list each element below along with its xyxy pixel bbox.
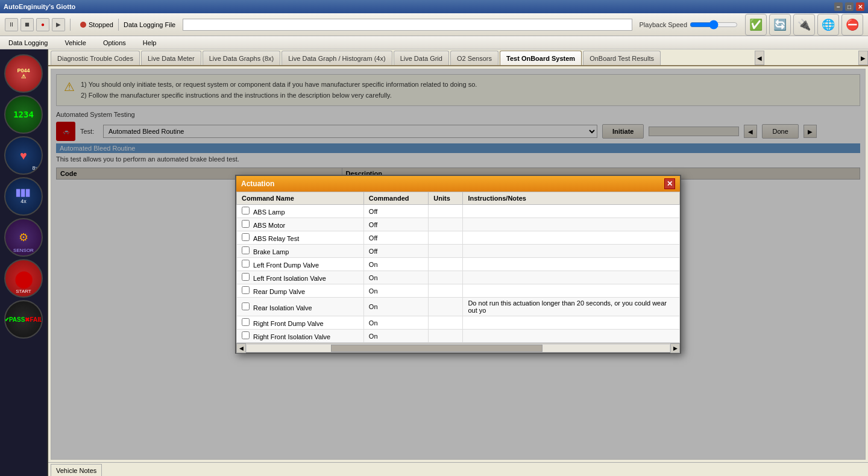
modal-cell-name: Brake Lamp bbox=[237, 245, 364, 258]
toolbar-record-button[interactable]: ● bbox=[36, 18, 49, 31]
modal-col-notes: Instructions/Notes bbox=[463, 192, 680, 205]
tab-scroll-right[interactable]: ▶ bbox=[858, 51, 868, 65]
modal-cell-commanded: On bbox=[363, 330, 428, 343]
modal-table-body: ABS LampOffABS MotorOffABS Relay TestOff… bbox=[237, 205, 680, 343]
modal-close-button[interactable]: ✕ bbox=[664, 178, 675, 189]
toolbar-connect-icon[interactable]: 🔌 bbox=[793, 14, 815, 36]
modal-cell-units bbox=[429, 231, 463, 245]
modal: Actuation ✕ Command Name Commanded Units… bbox=[235, 175, 681, 354]
toolbar-pause-button[interactable]: ⏸ bbox=[5, 18, 18, 31]
scroll-thumb[interactable] bbox=[331, 345, 542, 352]
sidebar-livemeter[interactable]: 1234 bbox=[4, 95, 43, 134]
sidebar-sensor[interactable]: ⚙ SENSOR bbox=[4, 218, 43, 257]
menu-help[interactable]: Help bbox=[139, 38, 160, 48]
minimize-button[interactable]: − bbox=[834, 2, 843, 11]
modal-row: ABS Relay TestOff bbox=[237, 231, 680, 245]
vehicle-notes-tab[interactable]: Vehicle Notes bbox=[51, 464, 102, 476]
modal-cell-name: Rear Isolation Valve bbox=[237, 298, 364, 316]
tab-scroll-left[interactable]: ◀ bbox=[755, 51, 764, 65]
modal-cell-commanded: On bbox=[363, 316, 428, 330]
modal-body: Command Name Commanded Units Instruction… bbox=[236, 192, 680, 343]
modal-cell-units bbox=[429, 245, 463, 258]
modal-scrollbar: ◀ ▶ bbox=[236, 343, 680, 352]
toolbar-network-icon[interactable]: 🌐 bbox=[817, 14, 839, 36]
file-input[interactable] bbox=[183, 19, 632, 31]
modal-cell-notes bbox=[463, 258, 680, 271]
modal-cell-notes: Do not run this actuation longer than 20… bbox=[463, 298, 680, 316]
tab-live-graphs[interactable]: Live Data Graphs (8x) bbox=[203, 51, 281, 65]
modal-row-checkbox[interactable] bbox=[242, 233, 250, 241]
scroll-track[interactable] bbox=[246, 344, 670, 352]
modal-cell-commanded: Off bbox=[363, 231, 428, 245]
toolbar-stop-icon[interactable]: ⛔ bbox=[841, 14, 863, 36]
modal-row: Rear Dump ValveOn bbox=[237, 284, 680, 298]
tab-onboard-results[interactable]: OnBoard Test Results bbox=[583, 51, 661, 65]
tab-histogram[interactable]: Live Data Graph / Histogram (4x) bbox=[281, 51, 392, 65]
scroll-left-btn[interactable]: ◀ bbox=[236, 343, 246, 353]
sidebar-histogram[interactable]: ▊▊▊4x bbox=[4, 177, 43, 216]
modal-row-checkbox[interactable] bbox=[242, 260, 250, 268]
menu-vehicle[interactable]: Vehicle bbox=[61, 38, 89, 48]
modal-row: Right Front Dump ValveOn bbox=[237, 316, 680, 330]
modal-row-checkbox[interactable] bbox=[242, 318, 250, 326]
menu-options[interactable]: Options bbox=[99, 38, 130, 48]
tab-live-grid[interactable]: Live Data Grid bbox=[394, 51, 449, 65]
tab-content: ⚠ 1) You should only initiate tests, or … bbox=[51, 69, 866, 460]
tab-o2[interactable]: O2 Sensors bbox=[450, 51, 498, 65]
modal-cell-name: ABS Lamp bbox=[237, 205, 364, 218]
tabs: Diagnostic Trouble Codes Live Data Meter… bbox=[48, 49, 868, 66]
playback-slider[interactable] bbox=[690, 20, 738, 30]
modal-row-checkbox[interactable] bbox=[242, 273, 250, 281]
menu-data-logging[interactable]: Data Logging bbox=[5, 38, 51, 48]
maximize-button[interactable]: □ bbox=[845, 2, 854, 11]
modal-col-name: Command Name bbox=[237, 192, 364, 205]
close-button[interactable]: ✕ bbox=[856, 2, 864, 11]
modal-cell-units bbox=[429, 316, 463, 330]
modal-cell-notes bbox=[463, 284, 680, 298]
modal-row: Brake LampOff bbox=[237, 245, 680, 258]
modal-row-checkbox[interactable] bbox=[242, 220, 250, 228]
modal-row-checkbox[interactable] bbox=[242, 246, 250, 254]
modal-cell-units bbox=[429, 298, 463, 316]
file-label: Data Logging File bbox=[124, 21, 175, 28]
menubar: Data Logging Vehicle Options Help bbox=[0, 36, 868, 49]
titlebar-controls: − □ ✕ bbox=[834, 2, 864, 11]
modal-cell-commanded: On bbox=[363, 298, 428, 316]
modal-col-units: Units bbox=[429, 192, 463, 205]
modal-cell-commanded: Off bbox=[363, 205, 428, 218]
toolbar-refresh-icon[interactable]: 🔄 bbox=[769, 14, 791, 36]
modal-row: ABS MotorOff bbox=[237, 218, 680, 231]
toolbar-separator2 bbox=[118, 19, 119, 31]
modal-row-checkbox[interactable] bbox=[242, 286, 250, 294]
tab-test-onboard[interactable]: Test OnBoard System bbox=[500, 51, 582, 65]
toolbar-separator bbox=[70, 19, 71, 31]
sidebar-passfail[interactable]: ✔PASS ✖FAIL bbox=[4, 300, 43, 339]
modal-cell-notes bbox=[463, 316, 680, 330]
modal-cell-commanded: On bbox=[363, 258, 428, 271]
toolbar-play-button[interactable]: ▶ bbox=[52, 18, 65, 31]
modal-row-checkbox[interactable] bbox=[242, 331, 250, 339]
modal-title: Actuation bbox=[241, 180, 274, 188]
sidebar-dtc[interactable]: P044⚠ bbox=[4, 54, 43, 93]
toolbar-stop-button[interactable]: ⏹ bbox=[20, 18, 34, 31]
toolbar-check-icon[interactable]: ✅ bbox=[745, 14, 767, 36]
tab-dtc[interactable]: Diagnostic Trouble Codes bbox=[51, 51, 140, 65]
titlebar: AutoEnginuity's Giotto − □ ✕ bbox=[0, 0, 868, 13]
modal-cell-name: Right Front Isolation Valve bbox=[237, 330, 364, 343]
modal-cell-units bbox=[429, 258, 463, 271]
sidebar-start[interactable]: ⬤ START bbox=[4, 259, 43, 298]
modal-overlay[interactable]: Actuation ✕ Command Name Commanded Units… bbox=[51, 69, 865, 459]
tab-live-meter[interactable]: Live Data Meter bbox=[141, 51, 201, 65]
sidebar-livegraph[interactable]: ♥ 8x bbox=[4, 136, 43, 175]
modal-cell-name: Right Front Dump Valve bbox=[237, 316, 364, 330]
sidebar: P044⚠ 1234 ♥ 8x ▊▊▊4x ⚙ SENSOR ⬤ START ✔… bbox=[0, 49, 48, 476]
titlebar-title: AutoEnginuity's Giotto bbox=[4, 3, 75, 10]
modal-cell-units bbox=[429, 205, 463, 218]
scroll-right-btn[interactable]: ▶ bbox=[670, 343, 680, 353]
modal-cell-commanded: Off bbox=[363, 245, 428, 258]
modal-row-checkbox[interactable] bbox=[242, 302, 250, 310]
modal-row-checkbox[interactable] bbox=[242, 207, 250, 215]
content-area: Diagnostic Trouble Codes Live Data Meter… bbox=[48, 49, 868, 476]
modal-cell-notes bbox=[463, 330, 680, 343]
modal-cell-name: ABS Relay Test bbox=[237, 231, 364, 245]
